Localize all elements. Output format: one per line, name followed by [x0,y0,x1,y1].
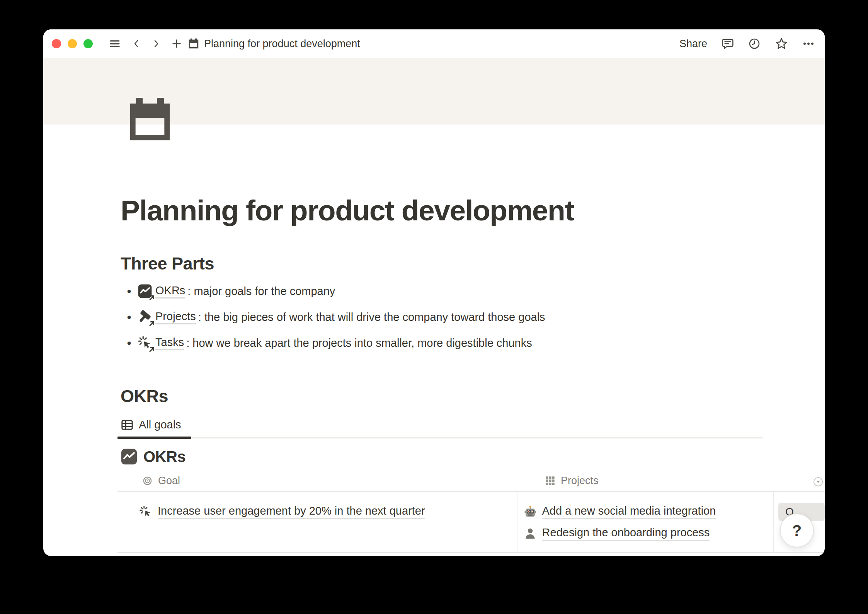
forward-button[interactable] [151,37,161,50]
item-description: : major goals for the company [187,285,335,298]
bullet-marker: • [121,337,138,349]
back-button[interactable] [132,37,141,50]
projects-cell[interactable]: Add a new social media integration Redes… [517,492,774,552]
new-page-button[interactable] [171,38,182,49]
page-icon-calendar[interactable] [127,98,173,142]
notion-window: Planning for product development Share P… [43,29,825,556]
column-header-goal[interactable]: Goal [117,475,539,487]
target-icon [142,476,153,486]
bullet-marker: • [121,311,138,323]
projects-page-link[interactable]: Projects [138,310,196,324]
minimize-window-button[interactable] [68,39,77,48]
okrs-table: Goal Projects [117,471,825,553]
database-view-tabs: All goals [121,415,825,439]
comment-icon[interactable] [722,38,734,50]
traffic-lights [52,39,93,48]
star-icon[interactable] [775,37,788,50]
tab-label: All goals [139,418,181,431]
chart-icon [121,448,138,465]
item-description: : the big pieces of work that will drive… [198,311,545,324]
heading-okrs: OKRs [121,386,825,406]
list-item: • OKRs : major goals for the company [121,278,825,304]
list-item: • Projects : the big pieces of work that… [121,304,825,330]
link-label[interactable]: Tasks [155,336,184,350]
link-arrow-icon [149,346,155,353]
help-button[interactable]: ? [780,513,814,547]
tab-all-goals[interactable]: All goals [121,415,181,435]
project-link[interactable]: Add a new social media integration [542,505,716,519]
click-icon [139,505,152,518]
active-tab-underline [117,437,191,439]
table-row[interactable]: Increase user engagement by 20% in the n… [117,492,825,553]
column-header-projects[interactable]: Projects [539,475,809,487]
column-header-label: Goal [158,475,180,487]
three-parts-list: • OKRs : major goals for the company • [121,278,825,356]
okrs-page-link[interactable]: OKRs [138,284,185,298]
hamburger-icon[interactable] [108,38,121,49]
clock-icon[interactable] [748,38,761,50]
robot-icon [524,505,537,518]
link-arrow-icon [149,321,155,327]
zoom-window-button[interactable] [83,39,93,48]
link-arrow-icon [149,295,155,301]
heading-three-parts: Three Parts [121,254,825,274]
share-button[interactable]: Share [679,38,707,50]
page-calendar-icon [188,38,199,49]
link-label[interactable]: OKRs [155,284,185,298]
table-header-row: Goal Projects [117,471,825,492]
chevron-down-circle-icon[interactable] [813,477,823,487]
goal-cell[interactable]: Increase user engagement by 20% in the n… [117,492,517,552]
person-icon [524,527,537,540]
relation-grid-icon [545,476,555,486]
hammer-link-icon [138,310,152,324]
close-window-button[interactable] [52,39,61,48]
titlebar: Planning for product development Share [43,29,825,58]
linked-database-title[interactable]: OKRs [121,448,825,466]
chart-link-icon [138,284,152,298]
link-label[interactable]: Projects [155,310,196,324]
page-title: Planning for product development [121,193,825,229]
goal-link[interactable]: Increase user engagement by 20% in the n… [158,505,425,519]
database-title-label: OKRs [143,448,186,466]
item-description: : how we break apart the projects into s… [186,337,532,350]
ellipsis-icon[interactable] [802,38,815,49]
tasks-page-link[interactable]: Tasks [138,336,184,350]
list-item: • Tasks : how we break apart the project… [121,330,825,356]
tabbar-divider [117,437,763,438]
column-header-label: Projects [561,475,599,487]
bullet-marker: • [121,285,138,297]
table-view-icon [121,418,134,432]
click-link-icon [138,336,152,350]
titlebar-page-title[interactable]: Planning for product development [204,38,360,50]
project-link[interactable]: Redesign the onboarding process [542,526,710,541]
